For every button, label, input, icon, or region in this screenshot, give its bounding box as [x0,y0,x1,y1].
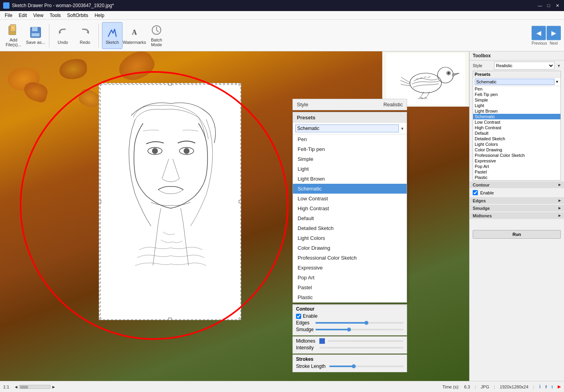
smudge-slider[interactable] [315,329,404,330]
info-icon[interactable]: ℹ [539,384,541,389]
batch-mode-label: Batch Mode [146,38,167,47]
big-preset-pen[interactable]: Pen [293,134,407,144]
rt-preset-pop-art[interactable]: Pop Art [473,164,560,169]
undo-button[interactable]: Undo [53,22,73,49]
sketch-label: Sketch [106,40,119,45]
rt-preset-expressive[interactable]: Expressive [473,158,560,164]
big-preset-expressive[interactable]: Expressive [293,263,407,273]
facebook-icon[interactable]: f [545,384,547,389]
enable-checkbox[interactable] [296,314,301,319]
edges-section[interactable]: Edges ▸ [470,197,564,204]
contour-section[interactable]: Contour ▸ [470,181,564,188]
redo-button[interactable]: Redo [75,22,95,49]
rt-presets-box: Presets Schematic ▼ Pen Felt-Tip pen Sim… [473,71,561,181]
big-preset-professional-color-sketch[interactable]: Professional Color Sketch [293,253,407,263]
rt-preset-select-row[interactable]: Schematic ▼ [473,78,560,86]
rt-presets-header: Presets [473,71,560,78]
rt-preset-color-drawing[interactable]: Color Drawing [473,147,560,153]
menu-edit[interactable]: Edit [15,12,30,19]
smudge-section[interactable]: Smudge ▸ [470,205,564,211]
watermarks-button[interactable]: A Watermarks [124,22,145,49]
smudge-thumb [347,328,351,332]
rt-preset-light[interactable]: Light [473,103,560,108]
twitter-icon[interactable]: t [551,384,553,389]
rt-preset-professional-color-sketch[interactable]: Professional Color Sketch [473,153,560,158]
zoom-value: 1:1 [3,384,9,389]
canvas-area: Style Realistic Presets Schematic ▼ Pen … [0,51,469,381]
rt-preset-felt-tip-pen[interactable]: Felt-Tip pen [473,92,560,97]
run-button[interactable]: Run [473,230,561,239]
menu-help[interactable]: Help [91,12,108,19]
big-preset-schematic[interactable]: Schematic [293,184,407,194]
selection-handle-br [239,318,241,320]
big-preset-low-contrast[interactable]: Low Contrast [293,194,407,204]
scroll-thumb[interactable] [20,386,28,389]
rt-preset-default[interactable]: Default [473,130,560,136]
previous-button[interactable]: ◀ [532,26,546,40]
menu-tools[interactable]: Tools [47,12,64,19]
add-files-label: Add File(s)... [3,38,24,47]
rt-preset-light-colors[interactable]: Light Colors [473,141,560,147]
rt-preset-pen[interactable]: Pen [473,86,560,92]
style-select[interactable]: Realistic Pencil [494,62,555,70]
big-preset-detailed-sketch[interactable]: Detailed Sketch [293,223,407,233]
menu-file[interactable]: File [2,12,15,19]
status-sep-2: | [494,384,495,389]
sketch-button[interactable]: Sketch [102,22,123,49]
big-preset-color-drawing[interactable]: Color Drawing [293,243,407,253]
toolbar-separator-1 [49,24,49,47]
rt-preset-light-brown[interactable]: Light Brown [473,108,560,114]
rt-preset-pastel[interactable]: Pastel [473,169,560,175]
midtones-section[interactable]: Midtones ▸ [470,212,564,219]
big-dropdown-select-row[interactable]: Schematic ▼ [293,123,407,134]
big-preset-high-contrast[interactable]: High Contrast [293,204,407,213]
rt-preset-detailed-sketch[interactable]: Detailed Sketch [473,136,560,141]
scroll-right-btn[interactable]: ► [51,384,56,389]
rt-preset-schematic[interactable]: Schematic [473,114,560,119]
scroll-left-btn[interactable]: ◄ [14,384,18,389]
batch-mode-icon [150,24,163,36]
smudge-section-text: Smudge [473,206,490,211]
big-dropdown-selected-value: Schematic [295,124,399,132]
intensity-slider[interactable] [319,347,404,349]
menu-softorbits[interactable]: SoftOrbits [64,12,91,19]
edges-section-text: Edges [473,198,486,203]
scroll-bar[interactable]: ◄ ► [14,384,56,389]
big-preset-plastic[interactable]: Plastic [293,292,407,302]
add-files-button[interactable]: + Add File(s)... [3,22,24,49]
selection-handle-tl [99,83,101,85]
edges-fill [315,322,368,324]
scroll-track[interactable] [19,385,51,389]
maximize-button[interactable]: □ [545,2,552,9]
rt-preset-low-contrast[interactable]: Low Contrast [473,119,560,125]
rt-preset-plastic[interactable]: Plastic [473,175,560,180]
big-preset-felt-tip-pen[interactable]: Felt-Tip pen [293,144,407,154]
toolbox-title: Toolbox [470,51,564,60]
redo-label: Redo [80,40,90,45]
big-preset-default[interactable]: Default [293,213,407,223]
midtones-slider[interactable] [328,340,404,342]
big-preset-light-colors[interactable]: Light Colors [293,233,407,243]
big-preset-light-brown[interactable]: Light Brown [293,174,407,184]
minimize-button[interactable]: — [536,2,543,9]
youtube-icon[interactable]: ▶ [558,384,561,389]
svg-rect-4 [32,27,38,31]
rt-enable-checkbox[interactable] [473,190,478,195]
undo-icon [57,26,69,39]
rt-preset-simple[interactable]: Simple [473,97,560,103]
menu-view[interactable]: View [30,12,47,19]
batch-mode-button[interactable]: Batch Mode [146,22,167,49]
leaf-decoration-5 [115,51,158,86]
big-preset-pop-art[interactable]: Pop Art [293,273,407,283]
time-value: 6.3 [464,384,470,389]
big-preset-pastel[interactable]: Pastel [293,283,407,292]
stroke-length-slider[interactable] [329,366,404,367]
save-as-button[interactable]: Save as... [25,22,46,49]
edges-slider[interactable] [315,322,404,324]
rt-preset-high-contrast[interactable]: High Contrast [473,125,560,130]
close-button[interactable]: ✕ [554,2,561,9]
big-preset-simple[interactable]: Simple [293,154,407,164]
big-preset-light[interactable]: Light [293,164,407,174]
titlebar-controls[interactable]: — □ ✕ [536,2,561,9]
next-button[interactable]: ▶ [547,26,561,40]
